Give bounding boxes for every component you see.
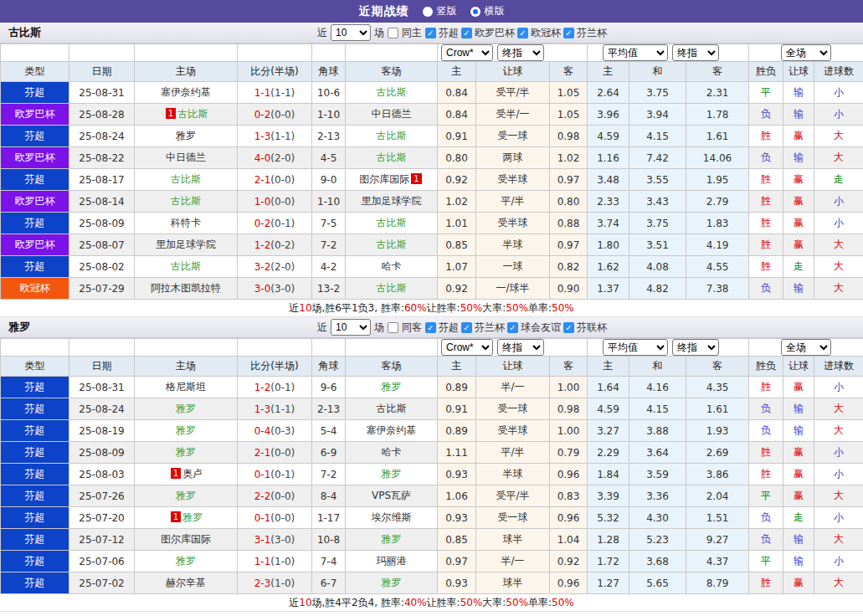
table-row: 欧罗巴杯25-08-281古比斯0-2(0-0)1-10中日德兰0.84受半/一…: [1, 104, 863, 126]
avg-home-odds: 1.37: [588, 278, 629, 300]
final-odds-select-2[interactable]: 终指: [672, 44, 719, 61]
column-header: 让球: [783, 357, 814, 377]
avg-away-odds: 1.83: [686, 213, 749, 234]
result-cell: 平: [749, 485, 783, 507]
column-header: 角球: [312, 357, 346, 377]
corners-cell: 10-8: [312, 529, 346, 551]
goals-result-cell: 小: [814, 442, 863, 464]
blank-header-cell: [69, 44, 135, 62]
goals-result-cell: 大: [814, 126, 863, 147]
avg-away-odds: 3.86: [686, 464, 749, 485]
corners-cell: 1-10: [312, 191, 346, 213]
score-cell: 1-2(0-2): [238, 234, 312, 256]
match-scope-select[interactable]: 全场: [781, 339, 831, 356]
goals-result-cell: 小: [814, 551, 863, 572]
final-odds-select[interactable]: 终指: [497, 339, 544, 356]
league-cell: 芬超: [1, 126, 69, 147]
team-name: 里加足球学院: [156, 239, 216, 250]
goals-result-cell: 大: [814, 147, 863, 169]
league-filter-checkbox[interactable]: ✓: [507, 322, 518, 333]
column-header: 客场: [346, 357, 438, 377]
matches-label: 场: [374, 26, 384, 40]
column-header: 主: [438, 357, 476, 377]
handicap-away-odds: 0.80: [550, 191, 588, 213]
halftime-score: (0-3): [270, 425, 295, 437]
table-row: 芬超25-07-06雅罗1-1(1-0)7-4玛丽港0.97半/一0.921.7…: [1, 551, 863, 572]
handicap-home-odds: 0.93: [438, 572, 476, 594]
layout-horizontal-radio[interactable]: 横版: [470, 4, 505, 18]
league-filter-checkbox[interactable]: ✓: [517, 28, 528, 38]
fulltime-score: 3-1: [254, 534, 271, 546]
team-name: 塞伊奈约基: [367, 424, 417, 436]
odds-company-select[interactable]: Crow*: [441, 339, 493, 356]
final-odds-select-2[interactable]: 终指: [672, 339, 719, 356]
handicap-home-odds: 0.84: [438, 104, 476, 126]
result-cell: 胜: [749, 191, 783, 213]
table-row: 欧罗巴杯25-08-22中日德兰4-0(2-0)4-5古比斯0.80两球1.02…: [1, 147, 863, 169]
home-team-cell: 1奥卢: [135, 464, 238, 485]
league-filter-checkbox[interactable]: ✓: [425, 322, 436, 333]
handicap-result-cell: 走: [783, 507, 814, 529]
summary-stat-value: 60%: [404, 302, 427, 314]
table-row: 欧冠杯25-07-29阿拉木图凯拉特3-0(3-0)13-2古比斯0.92一/球…: [1, 278, 863, 300]
match-count-select[interactable]: 10: [331, 319, 371, 336]
league-filter-checkbox[interactable]: ✓: [425, 28, 436, 38]
layout-vertical-radio[interactable]: 竖版: [423, 4, 457, 18]
avg-away-odds: 8.79: [686, 572, 749, 594]
summary-text: 大率:: [482, 301, 506, 316]
score-cell: 3-0(3-0): [238, 278, 312, 300]
league-filter-checkbox[interactable]: ✓: [563, 28, 574, 38]
avg-home-odds: 4.59: [588, 126, 629, 147]
fulltime-score: 1-2: [254, 239, 271, 251]
team-name: 埃尔维斯: [372, 511, 412, 523]
halftime-score: (3-0): [270, 283, 295, 295]
column-header: 客: [550, 357, 588, 377]
match-scope-select[interactable]: 全场: [781, 44, 831, 61]
goals-result-cell: 小: [814, 507, 863, 529]
odds-company-select[interactable]: Crow*: [441, 44, 493, 61]
avg-draw-odds: 3.94: [629, 104, 686, 126]
halftime-score: (0-0): [270, 512, 295, 524]
date-cell: 25-08-07: [69, 234, 135, 256]
summary-stat-value: 50%: [460, 597, 483, 608]
handicap-line: 半球: [476, 464, 550, 485]
avg-odds-select[interactable]: 平均值: [603, 339, 668, 356]
avg-draw-odds: 4.15: [629, 398, 686, 420]
avg-odds-select[interactable]: 平均值: [603, 44, 668, 61]
page-title: 近期战绩: [359, 4, 409, 19]
corners-cell: 13-2: [312, 278, 346, 300]
rank-badge: 1: [166, 108, 176, 119]
team-name: 图尔库国际: [161, 533, 211, 545]
team-name: 雅罗: [182, 511, 203, 523]
avg-home-odds: 1.64: [588, 377, 629, 398]
summary-stat-value: 40%: [404, 597, 427, 608]
handicap-result-cell: 输: [783, 529, 814, 551]
column-header: 主场: [135, 357, 238, 377]
away-team-cell: 中日德兰: [346, 104, 438, 126]
date-cell: 25-08-17: [69, 169, 135, 191]
corners-cell: 6-9: [312, 442, 346, 464]
same-side-checkbox[interactable]: [388, 28, 398, 38]
home-team-cell: 科特卡: [135, 213, 238, 234]
home-team-cell: 塞伊奈约基: [135, 82, 238, 104]
corners-cell: 1-10: [312, 104, 346, 126]
section-header: 古比斯近10场同主✓芬超✓欧罗巴杯✓欧冠杯✓芬兰杯: [0, 23, 863, 44]
league-filter-checkbox[interactable]: ✓: [563, 322, 574, 333]
table-row: 欧罗巴杯25-08-14古比斯1-0(0-0)1-10里加足球学院1.02平/半…: [1, 191, 863, 213]
summary-text: 让胜率:: [427, 596, 460, 610]
summary-text: 大率:: [482, 596, 506, 610]
goals-result-cell: 小: [814, 104, 863, 126]
match-count-select[interactable]: 10: [331, 24, 371, 41]
avg-away-odds: 2.04: [686, 485, 749, 507]
league-filter-checkbox[interactable]: ✓: [461, 28, 472, 38]
same-side-checkbox[interactable]: [388, 322, 398, 333]
handicap-line: 平/半: [476, 191, 550, 213]
league-filter-label: 芬兰杯: [577, 26, 607, 40]
final-odds-select[interactable]: 终指: [497, 44, 544, 61]
league-filter-checkbox[interactable]: ✓: [461, 322, 472, 333]
away-team-cell: 古比斯: [346, 398, 438, 420]
avg-home-odds: 3.96: [588, 104, 629, 126]
handicap-home-odds: 0.84: [438, 82, 476, 104]
score-cell: 1-1(1-0): [238, 551, 312, 572]
league-cell: 芬超: [1, 464, 69, 485]
